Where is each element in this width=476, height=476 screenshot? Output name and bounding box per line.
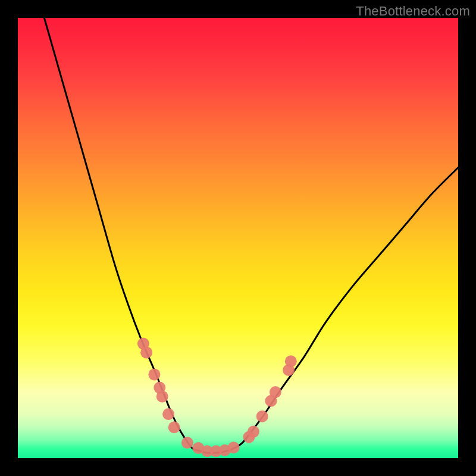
curve-marker <box>256 411 268 422</box>
curve-marker <box>168 421 180 433</box>
curve-marker <box>181 437 193 449</box>
curve-marker <box>140 346 152 358</box>
bottleneck-curve <box>44 18 458 453</box>
watermark-text: TheBottleneck.com <box>356 4 470 19</box>
curve-layer <box>18 18 458 458</box>
plot-area <box>18 18 458 458</box>
curve-marker <box>285 355 297 367</box>
curve-marker <box>148 368 160 380</box>
curve-markers <box>137 338 297 458</box>
chart-frame: TheBottleneck.com <box>0 0 476 476</box>
curve-marker <box>228 441 240 453</box>
curve-marker <box>156 390 168 402</box>
curve-marker <box>270 386 281 398</box>
curve-marker <box>162 408 174 420</box>
curve-marker <box>248 426 259 438</box>
